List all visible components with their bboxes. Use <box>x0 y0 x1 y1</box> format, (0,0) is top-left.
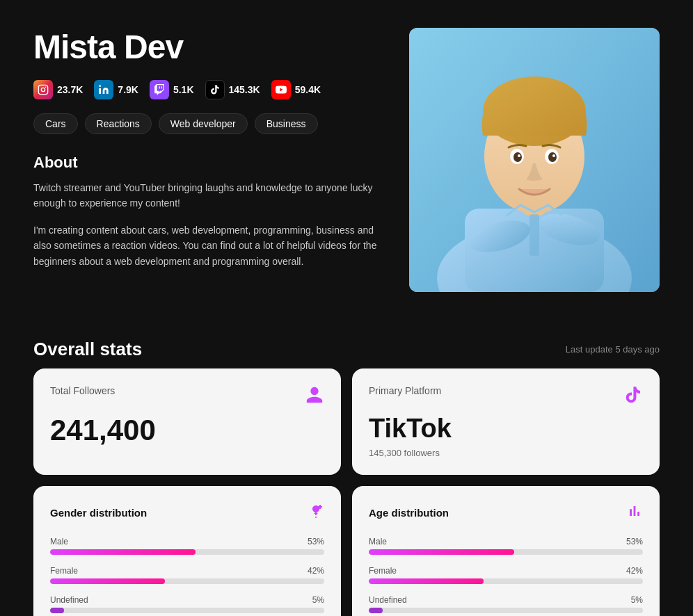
youtube-count: 59.4K <box>295 84 321 95</box>
svg-point-2 <box>45 87 47 88</box>
tag-cars[interactable]: Cars <box>33 113 78 134</box>
total-followers-card: Total Followers 241,400 <box>33 368 341 475</box>
person-icon <box>305 385 324 409</box>
gender-male-fill <box>50 549 196 555</box>
age-title: Age distribution <box>369 507 449 519</box>
age-bar-male: Male 53% <box>369 537 643 555</box>
about-paragraph2: I'm creating content about cars, web dev… <box>33 222 381 269</box>
age-male-fill <box>369 549 514 555</box>
stats-header: Overall stats Last update 5 days ago <box>33 339 660 360</box>
gender-male-percent: 53% <box>308 537 324 546</box>
gender-undefined-track <box>50 608 324 613</box>
platform-card-header: Primary Platform <box>369 385 643 409</box>
stats-section-title: Overall stats <box>33 339 142 360</box>
gender-bar-undefined: Undefined 5% <box>50 595 324 613</box>
age-male-label: Male <box>369 537 387 546</box>
gender-title: Gender distribution <box>50 507 147 519</box>
age-male-percent: 53% <box>626 537 643 546</box>
linkedin-count: 7.9K <box>118 84 138 95</box>
gender-female-fill <box>50 578 165 584</box>
instagram-count: 23.7K <box>57 84 83 95</box>
instagram-item: 23.7K <box>33 80 83 99</box>
svg-point-1 <box>41 88 45 91</box>
linkedin-item: 7.9K <box>94 80 138 99</box>
gender-female-percent: 42% <box>308 566 324 576</box>
age-undefined-fill <box>369 608 383 613</box>
gender-undefined-label: Undefined <box>50 595 88 605</box>
svg-point-18 <box>552 154 555 157</box>
page-title: Mista Dev <box>33 28 381 66</box>
age-dist-header: Age distribution <box>369 503 643 523</box>
age-distribution-card: Age distribution Male 53% <box>352 486 660 616</box>
social-row: 23.7K 7.9K <box>33 80 381 99</box>
youtube-item: 59.4K <box>271 80 321 99</box>
stats-section: Overall stats Last update 5 days ago Tot… <box>33 339 660 616</box>
twitch-count: 5.1K <box>173 84 194 95</box>
tiktok-stat-icon <box>623 385 643 409</box>
about-paragraph1: Twitch streamer and YouTuber bringing la… <box>33 180 381 211</box>
age-undefined-track <box>369 608 643 613</box>
age-undefined-percent: 5% <box>631 595 643 605</box>
gender-female-track <box>50 578 324 584</box>
gender-distribution-card: Gender distribution Male 53% <box>33 486 341 616</box>
age-female-percent: 42% <box>626 566 643 576</box>
age-female-track <box>369 578 643 584</box>
gender-dist-header: Gender distribution <box>50 503 324 523</box>
svg-point-16 <box>548 152 557 162</box>
tiktok-icon[interactable] <box>205 80 225 99</box>
gender-female-label: Female <box>50 566 78 576</box>
tag-reactions[interactable]: Reactions <box>85 113 152 134</box>
svg-point-4 <box>99 85 102 87</box>
youtube-icon[interactable] <box>271 80 291 99</box>
chart-icon <box>626 503 643 523</box>
platform-label: Primary Platform <box>369 385 441 396</box>
linkedin-icon[interactable] <box>94 80 113 99</box>
svg-point-17 <box>518 154 520 157</box>
about-title: About <box>33 154 381 172</box>
stats-grid: Total Followers 241,400 Primary Platform <box>33 368 660 616</box>
svg-rect-19 <box>529 214 539 256</box>
tiktok-item: 145.3K <box>205 80 260 99</box>
page-wrapper: Mista Dev 23.7K <box>0 0 693 616</box>
tag-webdev[interactable]: Web developer <box>159 113 248 134</box>
svg-rect-0 <box>38 85 47 94</box>
male-icon <box>308 503 324 523</box>
platform-value: TikTok <box>369 414 643 444</box>
tags-row: Cars Reactions Web developer Business <box>33 113 381 134</box>
profile-image-container <box>409 28 660 292</box>
last-update: Last update 5 days ago <box>566 344 660 355</box>
twitch-item: 5.1K <box>150 80 194 99</box>
primary-platform-card: Primary Platform TikTok 145,300 follower… <box>352 368 660 475</box>
svg-rect-3 <box>99 88 102 94</box>
about-section: About Twitch streamer and YouTuber bring… <box>33 154 381 269</box>
platform-sub: 145,300 followers <box>369 448 643 458</box>
age-female-fill <box>369 578 484 584</box>
gender-bar-female: Female 42% <box>50 566 324 584</box>
instagram-icon[interactable] <box>33 80 53 99</box>
age-bar-female: Female 42% <box>369 566 643 584</box>
gender-bar-male: Male 53% <box>50 537 324 555</box>
twitch-icon[interactable] <box>150 80 169 99</box>
age-bar-undefined: Undefined 5% <box>369 595 643 613</box>
gender-male-track <box>50 549 324 555</box>
followers-card-header: Total Followers <box>50 385 324 409</box>
svg-point-15 <box>513 152 522 162</box>
followers-label: Total Followers <box>50 385 115 396</box>
gender-undefined-percent: 5% <box>312 595 324 605</box>
gender-male-label: Male <box>50 537 68 546</box>
header-left: Mista Dev 23.7K <box>33 28 381 311</box>
gender-undefined-fill <box>50 608 64 613</box>
profile-image <box>409 28 660 292</box>
header-section: Mista Dev 23.7K <box>33 28 660 311</box>
tiktok-count: 145.3K <box>229 84 260 95</box>
age-male-track <box>369 549 643 555</box>
age-undefined-label: Undefined <box>369 595 407 605</box>
tag-business[interactable]: Business <box>255 113 318 134</box>
followers-value: 241,400 <box>50 414 324 446</box>
age-female-label: Female <box>369 566 397 576</box>
